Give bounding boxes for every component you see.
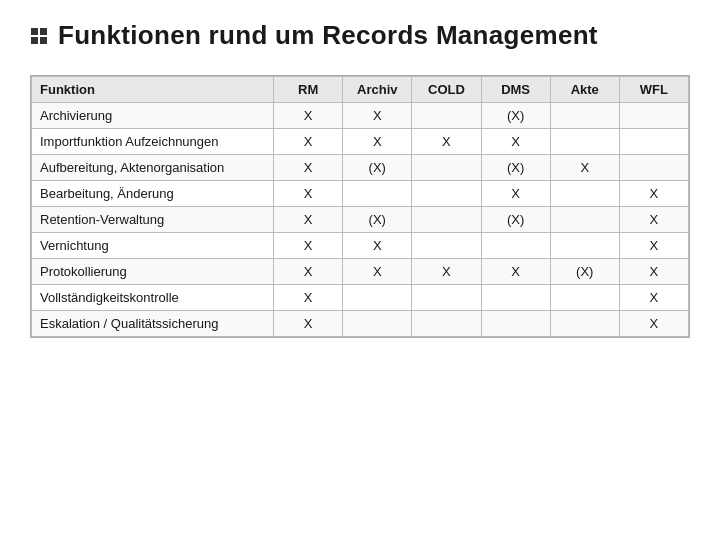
cell-cold: [412, 103, 481, 129]
table-header-row: Funktion RM Archiv COLD DMS Akte WFL: [32, 77, 689, 103]
cell-rm: X: [274, 129, 343, 155]
cell-dms: (X): [481, 103, 550, 129]
svg-rect-1: [40, 28, 47, 35]
svg-rect-3: [40, 37, 47, 44]
col-header-wfl: WFL: [619, 77, 688, 103]
cell-funktion: Vollständigkeitskontrolle: [32, 285, 274, 311]
table-row: Importfunktion AufzeichnungenXXXX: [32, 129, 689, 155]
cell-archiv: (X): [343, 207, 412, 233]
cell-funktion: Aufbereitung, Aktenorganisation: [32, 155, 274, 181]
cell-archiv: X: [343, 129, 412, 155]
col-header-funktion: Funktion: [32, 77, 274, 103]
cell-dms: X: [481, 181, 550, 207]
cell-archiv: [343, 285, 412, 311]
cell-akte: [550, 311, 619, 337]
cell-rm: X: [274, 181, 343, 207]
cell-wfl: X: [619, 259, 688, 285]
col-header-rm: RM: [274, 77, 343, 103]
table-row: ProtokollierungXXXX(X)X: [32, 259, 689, 285]
cell-cold: X: [412, 259, 481, 285]
cell-archiv: [343, 181, 412, 207]
cell-cold: [412, 207, 481, 233]
cell-cold: [412, 311, 481, 337]
cell-funktion: Vernichtung: [32, 233, 274, 259]
cell-wfl: X: [619, 181, 688, 207]
svg-rect-0: [31, 28, 38, 35]
cell-akte: [550, 181, 619, 207]
cell-akte: [550, 207, 619, 233]
cell-cold: [412, 233, 481, 259]
cell-wfl: X: [619, 207, 688, 233]
cell-funktion: Protokollierung: [32, 259, 274, 285]
cell-archiv: X: [343, 259, 412, 285]
cell-archiv: X: [343, 103, 412, 129]
svg-rect-2: [31, 37, 38, 44]
cell-rm: X: [274, 155, 343, 181]
cell-funktion: Eskalation / Qualitätssicherung: [32, 311, 274, 337]
table-row: VernichtungXXX: [32, 233, 689, 259]
table-row: ArchivierungXX(X): [32, 103, 689, 129]
col-header-cold: COLD: [412, 77, 481, 103]
table-row: Aufbereitung, AktenorganisationX(X)(X)X: [32, 155, 689, 181]
cell-akte: [550, 103, 619, 129]
col-header-akte: Akte: [550, 77, 619, 103]
cell-akte: [550, 129, 619, 155]
cell-cold: [412, 285, 481, 311]
cell-funktion: Retention-Verwaltung: [32, 207, 274, 233]
page-title: Funktionen rund um Records Management: [58, 20, 598, 51]
cell-wfl: [619, 155, 688, 181]
col-header-dms: DMS: [481, 77, 550, 103]
cell-cold: X: [412, 129, 481, 155]
cell-cold: [412, 181, 481, 207]
cell-rm: X: [274, 311, 343, 337]
cell-akte: (X): [550, 259, 619, 285]
cell-wfl: X: [619, 233, 688, 259]
cell-dms: [481, 311, 550, 337]
col-header-archiv: Archiv: [343, 77, 412, 103]
cell-dms: (X): [481, 155, 550, 181]
cell-rm: X: [274, 207, 343, 233]
cell-archiv: X: [343, 233, 412, 259]
page: Funktionen rund um Records Management Fu…: [0, 0, 720, 540]
cell-cold: [412, 155, 481, 181]
cell-rm: X: [274, 233, 343, 259]
cell-dms: (X): [481, 207, 550, 233]
cell-wfl: [619, 103, 688, 129]
cell-rm: X: [274, 103, 343, 129]
cell-dms: X: [481, 259, 550, 285]
cell-rm: X: [274, 259, 343, 285]
title-icon: [30, 27, 48, 45]
cell-akte: [550, 233, 619, 259]
title-bar: Funktionen rund um Records Management: [30, 20, 690, 51]
cell-wfl: X: [619, 285, 688, 311]
cell-akte: X: [550, 155, 619, 181]
cell-dms: [481, 285, 550, 311]
functions-table: Funktion RM Archiv COLD DMS Akte WFL Arc…: [31, 76, 689, 337]
cell-akte: [550, 285, 619, 311]
table-container: Funktion RM Archiv COLD DMS Akte WFL Arc…: [30, 75, 690, 338]
table-row: Eskalation / QualitätssicherungXX: [32, 311, 689, 337]
cell-funktion: Archivierung: [32, 103, 274, 129]
cell-dms: X: [481, 129, 550, 155]
table-row: VollständigkeitskontrolleXX: [32, 285, 689, 311]
table-row: Retention-VerwaltungX(X)(X)X: [32, 207, 689, 233]
cell-wfl: X: [619, 311, 688, 337]
cell-rm: X: [274, 285, 343, 311]
cell-dms: [481, 233, 550, 259]
cell-archiv: (X): [343, 155, 412, 181]
cell-archiv: [343, 311, 412, 337]
cell-funktion: Bearbeitung, Änderung: [32, 181, 274, 207]
cell-wfl: [619, 129, 688, 155]
table-row: Bearbeitung, ÄnderungXXX: [32, 181, 689, 207]
cell-funktion: Importfunktion Aufzeichnungen: [32, 129, 274, 155]
